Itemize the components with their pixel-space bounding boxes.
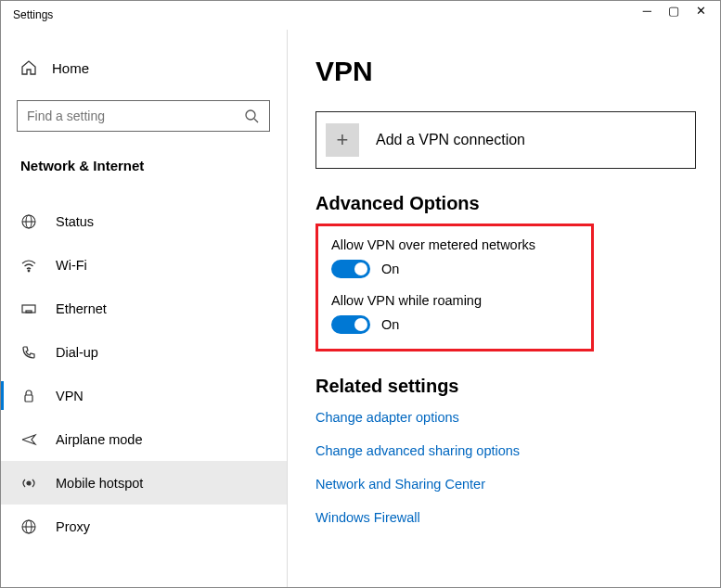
sidebar-item-wifi[interactable]: Wi-Fi xyxy=(0,243,287,287)
link-firewall[interactable]: Windows Firewall xyxy=(315,510,721,525)
sidebar-item-home[interactable]: Home xyxy=(0,56,287,93)
link-adapter[interactable]: Change adapter options xyxy=(315,410,721,425)
phone-icon xyxy=(20,344,37,361)
minimize-button[interactable]: ─ xyxy=(643,4,651,18)
link-center[interactable]: Network and Sharing Center xyxy=(315,477,721,492)
home-label: Home xyxy=(52,60,89,76)
metered-label: Allow VPN over metered networks xyxy=(331,237,578,252)
sidebar-item-vpn[interactable]: VPN xyxy=(0,374,287,417)
maximize-button[interactable]: ▢ xyxy=(668,4,679,18)
sidebar-item-ethernet[interactable]: Ethernet xyxy=(0,287,287,330)
advanced-heading: Advanced Options xyxy=(315,193,721,214)
metered-toggle[interactable] xyxy=(331,260,370,278)
plus-icon: + xyxy=(326,123,359,157)
sidebar-item-airplane[interactable]: Airplane mode xyxy=(0,417,287,461)
ethernet-icon xyxy=(20,300,37,317)
svg-rect-7 xyxy=(26,311,32,313)
wifi-icon xyxy=(20,257,37,274)
vpn-icon xyxy=(20,388,37,404)
metered-state: On xyxy=(381,262,399,276)
roaming-label: Allow VPN while roaming xyxy=(331,293,578,308)
sidebar-item-label: Mobile hotspot xyxy=(56,476,143,491)
sidebar-item-hotspot[interactable]: Mobile hotspot xyxy=(0,461,287,505)
sidebar-item-label: Ethernet xyxy=(56,301,107,316)
svg-line-1 xyxy=(254,119,258,122)
sidebar-item-label: Dial-up xyxy=(56,345,98,360)
proxy-icon xyxy=(20,518,37,535)
airplane-icon xyxy=(20,431,37,448)
svg-rect-6 xyxy=(22,305,35,313)
page-title: VPN xyxy=(315,56,721,87)
search-icon xyxy=(243,108,260,124)
main-panel: VPN + Add a VPN connection Advanced Opti… xyxy=(288,30,721,588)
close-button[interactable]: ✕ xyxy=(696,4,706,18)
category-heading: Network & Internet xyxy=(0,148,287,181)
sidebar-item-label: Wi-Fi xyxy=(56,258,87,273)
window-title: Settings xyxy=(13,8,53,21)
svg-point-9 xyxy=(27,481,31,485)
sidebar-item-status[interactable]: Status xyxy=(0,199,287,243)
svg-point-0 xyxy=(246,110,255,120)
sidebar-item-label: Proxy xyxy=(56,519,90,534)
sidebar-item-label: VPN xyxy=(56,389,84,403)
related-heading: Related settings xyxy=(315,376,721,397)
svg-rect-8 xyxy=(25,395,32,402)
home-icon xyxy=(20,59,37,76)
search-box[interactable] xyxy=(17,100,270,132)
sidebar-item-proxy[interactable]: Proxy xyxy=(0,505,287,548)
hotspot-icon xyxy=(20,475,37,492)
link-sharing[interactable]: Change advanced sharing options xyxy=(315,443,721,458)
add-vpn-label: Add a VPN connection xyxy=(376,132,525,148)
sidebar-item-label: Airplane mode xyxy=(56,432,143,447)
advanced-options-highlight: Allow VPN over metered networks On Allow… xyxy=(315,224,594,352)
add-vpn-button[interactable]: + Add a VPN connection xyxy=(315,111,696,169)
sidebar-item-label: Status xyxy=(56,214,94,229)
search-input[interactable] xyxy=(27,109,243,123)
svg-point-5 xyxy=(28,270,30,272)
sidebar: Home Network & Internet Status Wi-Fi Eth… xyxy=(0,30,288,588)
roaming-toggle[interactable] xyxy=(331,315,370,334)
sidebar-item-dialup[interactable]: Dial-up xyxy=(0,330,287,374)
globe-icon xyxy=(20,213,37,230)
roaming-state: On xyxy=(381,317,399,332)
